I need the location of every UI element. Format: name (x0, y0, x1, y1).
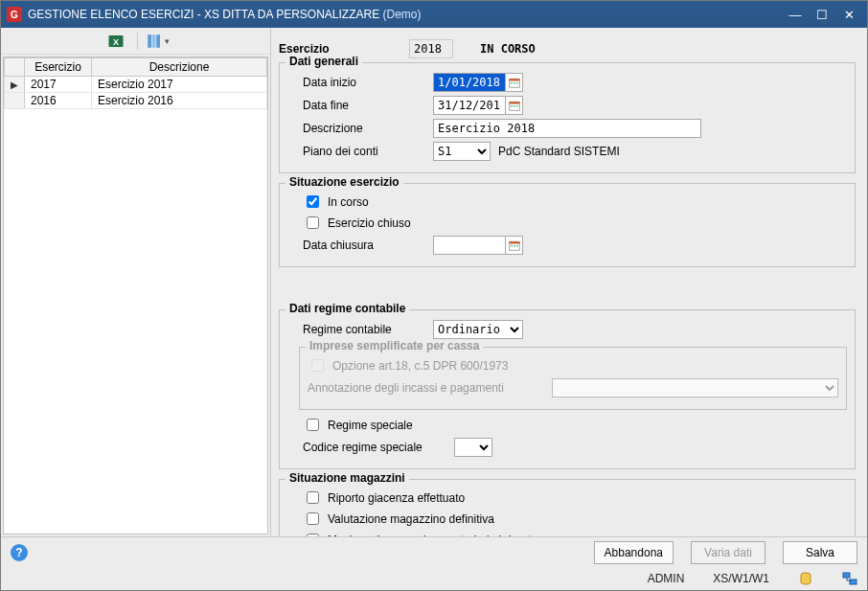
opzione-art18-checkbox (311, 359, 324, 372)
piano-conti-label: Piano dei conti (303, 145, 425, 158)
help-button[interactable]: ? (11, 544, 28, 561)
status-user: ADMIN (648, 572, 685, 585)
regime-contabile-combo[interactable]: Ordinario (433, 320, 523, 339)
window-title-demo: (Demo) (379, 8, 421, 21)
annotazione-label: Annotazione degli incassi e pagamenti (308, 381, 544, 395)
row-selector-icon: ▶ (5, 77, 25, 93)
descrizione-label: Descrizione (303, 122, 425, 135)
dati-generali-legend: Dati generali (286, 55, 362, 68)
data-fine-field[interactable] (433, 96, 523, 115)
statusbar: ADMIN XS/W1/W1 (1, 567, 867, 590)
window-title: GESTIONE ELENCO ESERCIZI - XS DITTA DA P… (28, 8, 783, 21)
valutazione-magazzino-label: Valutazione magazzino definitiva (328, 512, 494, 526)
network-icon (842, 571, 857, 586)
header-row: Esercizio IN CORSO (279, 39, 856, 58)
dati-regime-fieldset: Dati regime contabile Regime contabile O… (279, 309, 856, 469)
data-inizio-field[interactable] (433, 73, 523, 92)
calendar-button[interactable] (506, 96, 523, 115)
toolbar-separator (137, 33, 138, 50)
regime-speciale-checkbox[interactable] (307, 419, 319, 431)
data-chiusura-input[interactable] (433, 236, 506, 255)
svg-rect-11 (509, 102, 519, 103)
svg-rect-4 (156, 34, 160, 48)
codice-regime-label: Codice regime speciale (303, 441, 446, 454)
filter-dropdown-button[interactable]: ▾ (146, 33, 170, 50)
piano-conti-combo[interactable]: S1 (433, 142, 491, 161)
close-button[interactable]: ✕ (836, 6, 861, 23)
svg-rect-14 (516, 105, 518, 107)
maximize-button[interactable]: ☐ (810, 6, 834, 23)
status-db-icon[interactable] (798, 571, 813, 586)
situazione-esercizio-legend: Situazione esercizio (286, 175, 403, 189)
riporto-giacenza-label: Riporto giacenza effettuato (328, 491, 465, 505)
window-title-main: GESTIONE ELENCO ESERCIZI - XS DITTA DA P… (28, 8, 379, 21)
movimenti-posteriori-checkbox[interactable] (307, 534, 319, 536)
imprese-semplificate-fieldset: Imprese semplificate per cassa Opzione a… (299, 347, 847, 410)
svg-rect-7 (511, 82, 513, 84)
table-row[interactable]: 2016 Esercizio 2016 (5, 93, 267, 109)
esercizio-chiuso-checkbox[interactable] (307, 216, 319, 229)
opzione-art18-label: Opzione art.18, c.5 DPR 600/1973 (332, 359, 508, 373)
esercizio-year-field (409, 39, 453, 58)
data-inizio-input[interactable] (433, 73, 506, 92)
regime-speciale-label: Regime speciale (328, 419, 413, 432)
app-window: G GESTIONE ELENCO ESERCIZI - XS DITTA DA… (0, 0, 868, 591)
varia-dati-button: Varia dati (691, 541, 765, 564)
minimize-button[interactable]: — (783, 6, 808, 23)
movimenti-posteriori-label: Movimenti magazzino posteriori al riport… (328, 534, 537, 537)
grid-selector-header (5, 58, 25, 77)
in-corso-label: In corso (328, 195, 369, 209)
dati-regime-legend: Dati regime contabile (286, 302, 409, 315)
svg-rect-18 (514, 245, 515, 247)
svg-rect-17 (511, 245, 513, 247)
data-chiusura-label: Data chiusura (303, 239, 425, 252)
valutazione-magazzino-checkbox[interactable] (307, 512, 319, 525)
calendar-icon (509, 239, 520, 251)
titlebar: G GESTIONE ELENCO ESERCIZI - XS DITTA DA… (1, 1, 867, 28)
riporto-giacenza-checkbox[interactable] (307, 491, 319, 504)
svg-rect-13 (514, 105, 515, 107)
annotazione-combo (552, 378, 838, 398)
window-buttons: — ☐ ✕ (783, 6, 861, 23)
descrizione-input[interactable] (433, 119, 701, 138)
cell-descrizione: Esercizio 2017 (92, 77, 267, 93)
svg-rect-21 (843, 573, 850, 578)
abbandona-button[interactable]: Abbandona (594, 541, 674, 564)
status-workstation: XS/W1/W1 (713, 572, 769, 585)
status-network-icon[interactable] (842, 571, 857, 586)
database-icon (798, 571, 813, 586)
cell-esercizio: 2017 (25, 77, 92, 93)
app-icon: G (7, 7, 22, 22)
grid-col-esercizio[interactable]: Esercizio (25, 58, 92, 77)
filter-columns-icon (146, 33, 163, 50)
left-panel: X ▾ Esercizio Descrizione (1, 28, 271, 536)
esercizi-grid[interactable]: Esercizio Descrizione ▶ 2017 Esercizio 2… (3, 57, 268, 534)
situazione-magazzini-fieldset: Situazione magazzini Riporto giacenza ef… (279, 479, 856, 536)
data-fine-input[interactable] (433, 96, 506, 115)
svg-rect-16 (509, 241, 519, 243)
piano-conti-description: PdC Standard SISTEMI (498, 145, 620, 158)
esercizio-status: IN CORSO (480, 42, 536, 56)
footer: ? Abbandona Varia dati Salva (1, 536, 867, 567)
imprese-semplificate-legend: Imprese semplificate per cassa (306, 339, 483, 352)
excel-icon: X (107, 33, 125, 50)
table-row[interactable]: ▶ 2017 Esercizio 2017 (5, 77, 267, 93)
svg-rect-12 (511, 105, 513, 107)
svg-rect-9 (516, 82, 518, 84)
svg-rect-3 (151, 34, 155, 48)
calendar-button[interactable] (506, 73, 523, 92)
svg-rect-2 (148, 34, 151, 48)
data-inizio-label: Data inizio (303, 76, 425, 89)
data-chiusura-field[interactable] (433, 236, 523, 255)
calendar-icon (509, 77, 520, 88)
regime-contabile-label: Regime contabile (303, 323, 425, 336)
in-corso-checkbox[interactable] (307, 195, 319, 208)
svg-rect-8 (514, 82, 515, 84)
export-excel-button[interactable]: X (103, 31, 129, 52)
grid-col-descrizione[interactable]: Descrizione (92, 58, 267, 77)
codice-regime-combo[interactable] (454, 438, 492, 457)
left-toolbar: X ▾ (1, 28, 270, 55)
data-fine-label: Data fine (303, 99, 425, 112)
salva-button[interactable]: Salva (783, 541, 857, 564)
calendar-button[interactable] (506, 236, 523, 255)
